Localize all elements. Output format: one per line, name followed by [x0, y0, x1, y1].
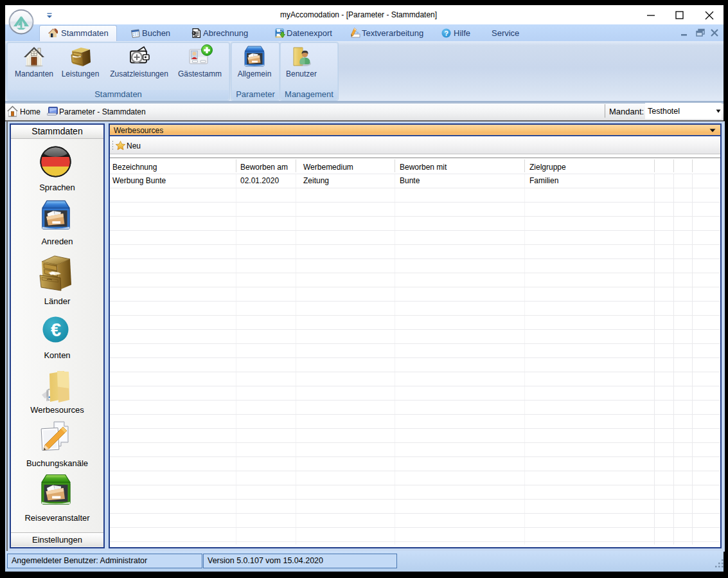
svg-text:€: €: [51, 320, 61, 340]
svg-text:?: ?: [444, 30, 448, 37]
